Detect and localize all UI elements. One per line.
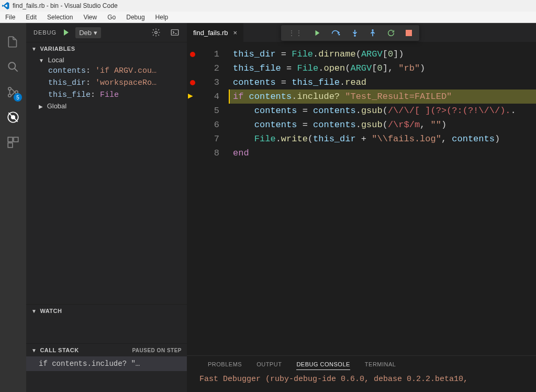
variables-header[interactable]: ▼ VARIABLES — [26, 42, 187, 55]
gutter-line[interactable]: 7 — [187, 132, 229, 146]
scm-icon[interactable]: 5 — [0, 80, 26, 105]
line-number: 2 — [214, 61, 219, 75]
close-icon[interactable]: × — [233, 29, 237, 37]
step-over-button[interactable] — [331, 29, 341, 37]
variables-title: VARIABLES — [40, 46, 75, 52]
code-content[interactable]: this_dir = File.dirname(ARGV[0])this_fil… — [229, 42, 536, 355]
gear-icon[interactable] — [151, 28, 161, 37]
code-line[interactable]: this_dir = File.dirname(ARGV[0]) — [229, 47, 536, 61]
svg-rect-9 — [14, 137, 18, 142]
titlebar: find_fails.rb - bin - Visual Studio Code — [0, 0, 536, 12]
var-name: this_file — [48, 91, 91, 99]
breakpoint-icon[interactable] — [190, 80, 195, 85]
drag-handle-icon[interactable]: ⋮⋮ — [288, 29, 303, 37]
gutter-line[interactable]: 2 — [187, 61, 229, 75]
svg-point-17 — [372, 29, 374, 31]
scm-badge: 5 — [14, 93, 22, 102]
menu-debug[interactable]: Debug — [121, 13, 150, 22]
svg-point-13 — [339, 34, 340, 36]
step-out-button[interactable] — [369, 29, 376, 37]
menu-go[interactable]: Go — [102, 13, 121, 22]
window-title: find_fails.rb - bin - Visual Studio Code — [13, 2, 118, 9]
gutter-line[interactable]: 8 — [187, 146, 229, 160]
panel-tab-problems[interactable]: PROBLEMS — [208, 359, 242, 369]
svg-point-7 — [12, 116, 15, 119]
step-into-button[interactable] — [351, 29, 359, 37]
variable-row[interactable]: this_file: File — [26, 89, 187, 101]
explorer-icon[interactable] — [0, 29, 26, 54]
menu-file[interactable]: File — [0, 13, 20, 22]
chevron-right-icon: ▶ — [39, 104, 43, 109]
chevron-down-icon: ▼ — [31, 348, 37, 353]
line-number: 4 — [214, 89, 219, 104]
watch-title: WATCH — [40, 308, 62, 314]
gutter[interactable]: 123▶45678 — [187, 42, 229, 355]
var-name: this_dir — [48, 79, 86, 87]
continue-button[interactable] — [314, 29, 321, 37]
code-line[interactable]: File.write(this_dir + "\\fails.log", con… — [229, 132, 536, 146]
callstack-title: CALL STACK — [40, 347, 79, 353]
callstack-header[interactable]: ▼ CALL STACK PAUSED ON STEP — [26, 344, 187, 356]
code-editor[interactable]: 123▶45678 this_dir = File.dirname(ARGV[0… — [187, 42, 536, 355]
gutter-line[interactable]: 6 — [187, 118, 229, 132]
watch-header[interactable]: ▼ WATCH — [26, 305, 187, 317]
debug-header: DEBUG Deb ▾ — [26, 23, 187, 42]
line-number: 3 — [214, 75, 219, 89]
debug-sidebar: DEBUG Deb ▾ ▼ VARIABLES — [26, 23, 187, 392]
debug-icon[interactable] — [0, 105, 26, 130]
line-number: 6 — [214, 118, 219, 132]
vscode-logo-icon — [2, 2, 9, 9]
stop-button[interactable] — [406, 30, 412, 36]
code-line[interactable]: if contents.include? "Test_Result=FAILED… — [229, 89, 536, 104]
svg-rect-18 — [406, 30, 412, 36]
gutter-line[interactable]: 3 — [187, 75, 229, 89]
menu-edit[interactable]: Edit — [20, 13, 42, 22]
var-value: 'workspaceRo… — [95, 79, 157, 87]
scope-global[interactable]: ▶ Global — [26, 101, 187, 111]
debug-console-icon[interactable] — [170, 28, 180, 37]
menu-selection[interactable]: Selection — [42, 13, 78, 22]
debug-label: DEBUG — [34, 29, 57, 36]
current-line-icon: ▶ — [188, 89, 193, 104]
menu-view[interactable]: View — [78, 13, 102, 22]
svg-point-11 — [155, 31, 158, 34]
search-icon[interactable] — [0, 54, 26, 80]
gutter-line[interactable]: 5 — [187, 104, 229, 118]
code-line[interactable]: end — [229, 146, 536, 160]
scope-label: Global — [47, 102, 67, 110]
editor-tab[interactable]: find_fails.rb × — [187, 23, 244, 42]
chevron-down-icon: ▼ — [31, 46, 37, 52]
chevron-down-icon: ▼ — [39, 58, 44, 63]
var-name: contents — [48, 66, 86, 75]
variable-row[interactable]: contents: 'if ARGV.cou… — [26, 65, 187, 77]
code-line[interactable]: contents = contents.gsub(/\/\/[ ](?>(?:(… — [229, 104, 536, 118]
line-number: 5 — [214, 104, 219, 118]
gutter-line[interactable]: ▶4 — [187, 89, 229, 104]
variable-row[interactable]: this_dir: 'workspaceRo… — [26, 77, 187, 89]
extensions-icon[interactable] — [0, 130, 26, 155]
panel-tab-output[interactable]: OUTPUT — [256, 359, 282, 369]
line-number: 1 — [214, 47, 219, 61]
code-line[interactable]: contents = this_file.read — [229, 75, 536, 89]
restart-button[interactable] — [387, 29, 395, 37]
paused-label: PAUSED ON STEP — [132, 348, 182, 353]
var-value: File — [100, 91, 119, 99]
menu-help[interactable]: Help — [150, 13, 174, 22]
start-debug-button[interactable] — [62, 28, 70, 37]
panel-tab-terminal[interactable]: TERMINAL — [365, 359, 396, 369]
svg-rect-10 — [8, 143, 13, 148]
svg-rect-12 — [171, 30, 178, 36]
gutter-line[interactable]: 1 — [187, 47, 229, 61]
code-line[interactable]: this_file = File.open(ARGV[0], "rb") — [229, 61, 536, 75]
dropdown-caret-icon: ▾ — [94, 29, 97, 37]
debug-config-dropdown[interactable]: Deb ▾ — [75, 27, 101, 38]
callstack-frame[interactable]: if contents.include? "… — [26, 356, 187, 371]
svg-point-15 — [354, 35, 356, 37]
var-value: 'if ARGV.cou… — [95, 66, 157, 75]
scope-local[interactable]: ▼ Local — [26, 55, 187, 65]
menubar: File Edit Selection View Go Debug Help — [0, 12, 536, 23]
breakpoint-icon[interactable] — [190, 52, 195, 57]
code-line[interactable]: contents = contents.gsub(/\r$/m, "") — [229, 118, 536, 132]
scope-label: Local — [48, 56, 64, 64]
panel-tab-debug-console[interactable]: DEBUG CONSOLE — [296, 359, 350, 370]
